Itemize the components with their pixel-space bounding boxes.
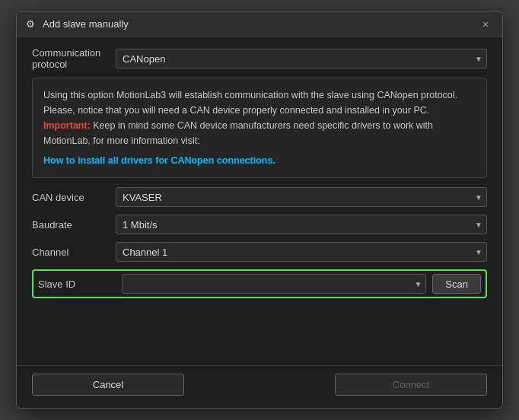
info-important: Important: Keep in mind some CAN device … <box>43 118 476 148</box>
important-text: Keep in mind some CAN device manufacture… <box>43 120 433 146</box>
baudrate-row: Baudrate 1 Mbit/s ▼ <box>32 215 487 234</box>
scan-button[interactable]: Scan <box>432 274 481 294</box>
channel-select[interactable]: Channel 1 <box>116 242 487 262</box>
baudrate-select[interactable]: 1 Mbit/s <box>116 215 487 234</box>
baudrate-select-wrap: 1 Mbit/s ▼ <box>116 215 487 234</box>
info-line2: Please, notice that you will need a CAN … <box>43 103 476 118</box>
dialog-content: Communication protocol CANopen ▼ Using t… <box>17 37 502 365</box>
slave-id-select-wrap: ▼ <box>122 274 426 294</box>
important-prefix: Important: <box>43 120 91 131</box>
can-device-label: CAN device <box>32 192 116 203</box>
drivers-link[interactable]: How to install all drivers for CANopen c… <box>43 155 275 166</box>
titlebar: ⚙ Add slave manually × <box>17 12 502 37</box>
titlebar-left: ⚙ Add slave manually <box>26 18 129 30</box>
dialog-icon: ⚙ <box>26 18 38 30</box>
dialog-title: Add slave manually <box>43 18 129 30</box>
channel-label: Channel <box>32 247 116 258</box>
close-button[interactable]: × <box>478 17 493 32</box>
can-device-row: CAN device KVASER ▼ <box>32 187 487 207</box>
protocol-row: Communication protocol CANopen ▼ <box>32 47 487 70</box>
footer: Cancel Connect <box>17 365 502 408</box>
protocol-label: Communication protocol <box>32 47 116 70</box>
can-device-select[interactable]: KVASER <box>116 187 487 207</box>
bottom-spacer <box>32 306 487 352</box>
slave-id-select[interactable] <box>122 274 426 294</box>
baudrate-label: Baudrate <box>32 219 116 231</box>
info-line1: Using this option MotionLab3 will establ… <box>43 88 476 103</box>
info-box: Using this option MotionLab3 will establ… <box>32 78 487 178</box>
slave-id-label: Slave ID <box>38 278 122 290</box>
connect-button[interactable]: Connect <box>335 374 487 396</box>
channel-row: Channel Channel 1 ▼ <box>32 242 487 262</box>
can-device-select-wrap: KVASER ▼ <box>116 187 487 207</box>
slave-id-inner: ▼ Scan <box>122 274 481 294</box>
cancel-button[interactable]: Cancel <box>32 374 184 396</box>
protocol-select-wrap: CANopen ▼ <box>116 49 487 68</box>
protocol-select[interactable]: CANopen <box>116 49 487 68</box>
add-slave-dialog: ⚙ Add slave manually × Communication pro… <box>16 11 503 409</box>
channel-select-wrap: Channel 1 ▼ <box>116 242 487 262</box>
slave-id-row: Slave ID ▼ Scan <box>32 269 487 298</box>
